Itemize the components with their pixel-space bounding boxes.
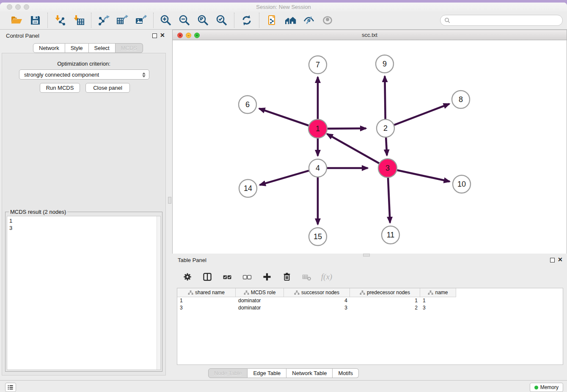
node-label-11: 11 <box>387 231 395 239</box>
import-table-icon[interactable] <box>72 14 85 27</box>
node-label-7: 7 <box>316 61 320 69</box>
columns-icon[interactable] <box>201 271 214 283</box>
tab-motifs[interactable]: Motifs <box>333 368 359 378</box>
edge-2-3[interactable] <box>386 138 387 155</box>
network-from-selection-icon[interactable] <box>265 14 278 27</box>
table-cell[interactable]: 3 <box>420 304 456 312</box>
zoom-in-icon[interactable] <box>160 14 172 27</box>
window-titlebar: Session: New Session <box>0 3 567 11</box>
home-icon[interactable] <box>284 14 297 27</box>
table-toolbar: f(x) <box>176 269 333 284</box>
run-mcds-button[interactable]: Run MCDS <box>40 83 80 93</box>
network-canvas[interactable]: 1234678910111415 <box>173 40 567 254</box>
table-cell[interactable]: 1 <box>350 297 420 304</box>
edge-1-2[interactable] <box>328 128 366 129</box>
search-input[interactable] <box>452 17 559 24</box>
trash-icon[interactable] <box>281 271 293 283</box>
refresh-icon[interactable] <box>240 14 253 27</box>
column-header-name[interactable]: name <box>420 288 456 297</box>
memory-status-icon <box>534 386 538 389</box>
open-folder-icon[interactable] <box>10 14 23 27</box>
criterion-value: strongly connected component <box>24 72 99 78</box>
network-window-titlebar[interactable]: ✕ − + scc.txt <box>173 30 567 40</box>
node-label-14: 14 <box>244 184 252 193</box>
table-cell[interactable]: 2 <box>350 304 420 312</box>
node-label-8: 8 <box>459 95 463 104</box>
float-table-panel-icon[interactable] <box>550 258 555 262</box>
save-icon[interactable] <box>29 14 41 27</box>
export-image-icon[interactable] <box>135 14 147 27</box>
table-header-row: shared nameMCDS rolesuccessor nodesprede… <box>177 288 456 297</box>
table-cell[interactable]: 1 <box>177 297 236 304</box>
edge-3-11[interactable] <box>388 178 390 223</box>
function-icon: f(x) <box>320 271 333 283</box>
mcds-result-item[interactable]: 3 <box>9 224 160 232</box>
column-header-shared-name[interactable]: shared name <box>177 288 236 297</box>
close-table-panel-icon[interactable]: ✕ <box>558 256 563 263</box>
main-toolbar <box>0 11 567 30</box>
scrollbar[interactable] <box>157 216 160 370</box>
vertical-splitter[interactable] <box>167 30 172 254</box>
node-label-9: 9 <box>383 60 387 68</box>
search-box[interactable] <box>440 15 563 26</box>
column-header-successor-nodes[interactable]: successor nodes <box>284 288 350 297</box>
table-cell[interactable]: 3 <box>177 304 236 312</box>
float-panel-icon[interactable] <box>152 33 157 38</box>
status-bar: Memory <box>0 380 567 392</box>
tab-network-table[interactable]: Network Table <box>286 368 333 378</box>
node-label-1: 1 <box>316 124 320 133</box>
application-window: Session: New Session Control Panel ✕ Net… <box>0 3 567 392</box>
table-cell[interactable]: 1 <box>420 297 456 304</box>
gear-icon[interactable] <box>181 271 194 283</box>
select-all-icon[interactable] <box>221 271 234 283</box>
visibility-off-icon[interactable] <box>303 14 315 27</box>
table-cell[interactable]: dominator <box>236 297 284 304</box>
edge-4-14[interactable] <box>260 171 309 185</box>
export-network-icon[interactable] <box>97 14 110 27</box>
edge-2-9[interactable] <box>385 76 385 119</box>
export-table-icon[interactable] <box>116 14 129 27</box>
tab-select[interactable]: Select <box>89 43 116 53</box>
table-cell[interactable]: 4 <box>284 297 350 304</box>
network-title: scc.txt <box>173 32 567 38</box>
toolbar-group <box>48 14 91 27</box>
memory-button[interactable]: Memory <box>530 383 563 392</box>
zoom-fit-icon[interactable] <box>197 14 209 27</box>
delete-table-icon <box>300 271 313 283</box>
add-icon[interactable] <box>261 271 273 283</box>
table-cell[interactable]: dominator <box>236 304 284 312</box>
tab-mcds[interactable]: MCDS <box>116 43 143 53</box>
tab-edge-table[interactable]: Edge Table <box>248 368 286 378</box>
table-row[interactable]: 3dominator323 <box>177 304 563 312</box>
table-cell[interactable]: 3 <box>284 304 350 312</box>
edge-1-6[interactable] <box>259 108 308 125</box>
mcds-result-item[interactable]: 1 <box>9 217 160 224</box>
zoom-selected-icon[interactable] <box>215 14 228 27</box>
tab-style[interactable]: Style <box>65 43 89 53</box>
deselect-all-icon[interactable] <box>241 271 253 283</box>
toolbar-group <box>91 14 153 27</box>
close-panel-button[interactable]: Close panel <box>85 83 130 93</box>
zoom-out-icon[interactable] <box>178 14 191 27</box>
column-header-MCDS-role[interactable]: MCDS role <box>236 288 284 297</box>
edge-2-8[interactable] <box>394 104 449 125</box>
network-window: ✕ − + scc.txt 1234678910111415 <box>172 30 567 254</box>
list-icon <box>7 384 14 391</box>
table-row[interactable]: 1dominator411 <box>177 297 563 304</box>
tab-network[interactable]: Network <box>33 43 65 53</box>
import-network-icon[interactable] <box>54 14 66 27</box>
edge-3-1[interactable] <box>327 134 379 163</box>
table-tabs: Node TableEdge TableNetwork TableMotifs <box>0 368 567 378</box>
close-panel-icon[interactable]: ✕ <box>160 32 165 39</box>
node-table: shared nameMCDS rolesuccessor nodesprede… <box>177 288 563 365</box>
task-history-button[interactable] <box>5 383 16 392</box>
column-header-predecessor-nodes[interactable]: predecessor nodes <box>350 288 420 297</box>
edge-3-10[interactable] <box>397 170 449 182</box>
splitter-grip[interactable] <box>168 197 171 204</box>
tab-node-table[interactable]: Node Table <box>208 368 248 378</box>
node-label-10: 10 <box>457 180 466 188</box>
criterion-dropdown[interactable]: strongly connected component <box>19 69 149 80</box>
mcds-result-list[interactable]: 13 <box>7 216 161 370</box>
node-label-2: 2 <box>383 124 388 133</box>
mcds-panel: Optimization criterion: strongly connect… <box>2 53 166 375</box>
